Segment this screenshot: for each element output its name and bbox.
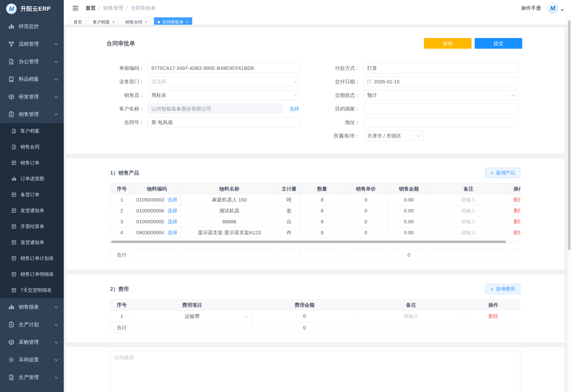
delivery-date-field[interactable] xyxy=(363,76,518,87)
cell-price[interactable]: 0 xyxy=(344,216,388,227)
cell-price[interactable]: 0 xyxy=(344,194,388,205)
submit-button[interactable]: 提交 xyxy=(475,38,522,49)
delete-row-link[interactable]: 删除 xyxy=(514,197,521,202)
doc-code-field[interactable] xyxy=(148,63,301,73)
cell-note-input[interactable]: 请输入 xyxy=(430,216,507,227)
sidebar-item-shipping-notice[interactable]: 发货通知单 xyxy=(0,203,64,219)
products-section-title: 1）销售产品 xyxy=(110,169,139,177)
cell-note-input[interactable]: 请输入 xyxy=(358,310,464,322)
sidebar-item-label: 销售订单 xyxy=(20,160,40,166)
delivery-date-picker[interactable] xyxy=(363,76,518,87)
tab-customer-archive[interactable]: 客户档案 × xyxy=(89,17,119,25)
sidebar-item-office-mgmt[interactable]: 办公管理 xyxy=(0,53,64,70)
delete-row-link[interactable]: 删除 xyxy=(514,230,521,235)
select-material-link[interactable]: 选择 xyxy=(167,208,178,213)
grid-icon xyxy=(11,192,17,197)
cell-qty[interactable]: 8 xyxy=(300,205,344,216)
sidebar-item-sales-report[interactable]: 销售报表 xyxy=(0,298,64,316)
contract-no-field[interactable] xyxy=(148,117,301,127)
sidebar-item-sales-contract[interactable]: 销售合同 xyxy=(0,139,64,155)
col-header-note: 备注 xyxy=(358,300,464,310)
document-icon xyxy=(8,58,15,65)
sidebar-item-business-overview[interactable]: 经营总控 xyxy=(0,18,64,35)
cell-fee-amount[interactable]: 0 xyxy=(251,310,358,322)
close-icon[interactable]: × xyxy=(112,20,115,24)
sidebar-item-return-notice[interactable]: 退货通知单 xyxy=(0,235,64,251)
cell-note-input[interactable]: 请输入 xyxy=(430,227,507,238)
delete-row-link[interactable]: 删除 xyxy=(514,219,521,224)
form-column-right: 付款方式： 交付日期： 交期状态： xyxy=(324,63,518,144)
sidebar-item-production-mgmt[interactable]: 生产管理 xyxy=(0,368,64,386)
hamburger-icon[interactable] xyxy=(72,4,79,12)
salesperson-select[interactable]: 周桂东 xyxy=(148,90,301,100)
close-icon[interactable]: × xyxy=(186,20,188,24)
tab-sales-contract[interactable]: 销售合同 × xyxy=(121,17,151,25)
breadcrumb-sales-mgmt[interactable]: 销售管理 xyxy=(103,5,123,11)
sidebar-item-order-progress[interactable]: 订单进度图 xyxy=(0,171,64,187)
cell-unit: 吨 xyxy=(278,194,300,205)
sidebar-item-label: 销售报表 xyxy=(19,304,39,310)
cell-index: 1 xyxy=(110,194,133,205)
customer-select-link[interactable]: 选择 xyxy=(289,105,299,112)
sidebar-item-label: 开票结算单 xyxy=(20,223,44,230)
sidebar-item-stock-order[interactable]: 备货订单 xyxy=(0,187,64,203)
sidebar-item-purchase-mgmt[interactable]: 采购管理 xyxy=(0,333,64,351)
sidebar-item-material-archive[interactable]: 料品档案 xyxy=(0,70,64,88)
grid-icon xyxy=(11,224,17,229)
add-product-button[interactable]: + 新增产品 xyxy=(485,168,520,178)
horizontal-scrollbar-thumb[interactable] xyxy=(111,241,506,243)
cell-name: 88888 xyxy=(181,216,278,227)
sidebar-item-sales-mgmt[interactable]: 销售管理 xyxy=(0,105,64,123)
cell-qty[interactable]: 8 xyxy=(300,227,344,238)
payment-field[interactable] xyxy=(363,63,518,73)
total-empty-cell xyxy=(358,322,464,333)
horizontal-scrollbar xyxy=(110,240,520,243)
sidebar-item-sales-order[interactable]: 销售订单 xyxy=(0,155,64,171)
cell-note-input[interactable]: 请输入 xyxy=(430,194,507,205)
breadcrumb-home[interactable]: 首页 xyxy=(86,5,96,11)
sidebar-item-order-detail-table[interactable]: 销售订单明细表 xyxy=(0,266,64,282)
caret-down-icon[interactable] xyxy=(560,9,564,11)
vertical-scrollbar-thumb[interactable] xyxy=(568,20,571,250)
cell-price[interactable]: 0 xyxy=(344,205,388,216)
department-select[interactable]: 请选择 xyxy=(148,76,301,87)
delivery-date-label: 交付日期： xyxy=(324,78,363,85)
select-material-link[interactable]: 选择 xyxy=(167,219,178,224)
cell-qty[interactable]: 8 xyxy=(300,194,344,205)
sidebar-item-process-mgmt[interactable]: 流程管理 xyxy=(0,35,64,53)
cell-note-input[interactable]: 请输入 xyxy=(430,205,507,216)
delete-row-link[interactable]: 删除 xyxy=(514,208,521,213)
contract-terms-textarea[interactable]: 合同条款 xyxy=(110,351,520,392)
sidebar-item-order-plan-table[interactable]: 销售订单计划表 xyxy=(0,251,64,266)
sidebar-item-invoice-settlement[interactable]: 开票结算单 xyxy=(0,219,64,235)
close-icon[interactable]: × xyxy=(145,20,147,24)
cell-qty[interactable]: 8 xyxy=(300,216,344,227)
chevron-down-icon xyxy=(511,93,515,97)
sidebar-item-rd-mgmt[interactable]: 研发管理 xyxy=(0,88,64,105)
delete-row-link[interactable]: 删除 xyxy=(488,313,498,319)
avatar[interactable]: M xyxy=(547,3,558,14)
add-fee-button[interactable]: + 新增费用 xyxy=(485,284,520,294)
total-empty-cell xyxy=(464,322,521,333)
address-field[interactable] xyxy=(363,117,518,127)
sidebar-item-production-plan[interactable]: 生产计划 xyxy=(0,316,64,333)
sidebar-item-workshop-settings[interactable]: 车间设置 xyxy=(0,351,64,368)
sidebar-item-7day-delivery-table[interactable]: 7天交货明细表 xyxy=(0,282,64,298)
salesperson-label: 销售员： xyxy=(106,92,148,98)
tab-home[interactable]: 首页 xyxy=(70,17,86,25)
fee-item-select[interactable]: 运输费 xyxy=(133,310,251,322)
dest-country-field[interactable] xyxy=(363,104,518,114)
sidebar-item-label: 销售管理 xyxy=(19,111,39,118)
select-material-link[interactable]: 选择 xyxy=(167,197,178,202)
delivery-status-select[interactable]: 预计 xyxy=(363,90,518,100)
tab-label: 首页 xyxy=(74,19,82,25)
tab-contract-approval[interactable]: 合同审批单 × xyxy=(154,17,192,25)
manual-link[interactable]: 操作手册 xyxy=(521,5,541,11)
select-material-link[interactable]: 选择 xyxy=(167,230,178,235)
cell-price[interactable]: 0 xyxy=(344,227,388,238)
payment-label: 付款方式： xyxy=(324,65,363,71)
save-button[interactable]: 保存 xyxy=(424,38,472,49)
sidebar-item-partial[interactable] xyxy=(0,386,64,392)
province-select[interactable]: 天津市 / 市辖区 xyxy=(363,131,423,141)
sidebar-item-customer-archive[interactable]: 客户档案 xyxy=(0,123,64,139)
